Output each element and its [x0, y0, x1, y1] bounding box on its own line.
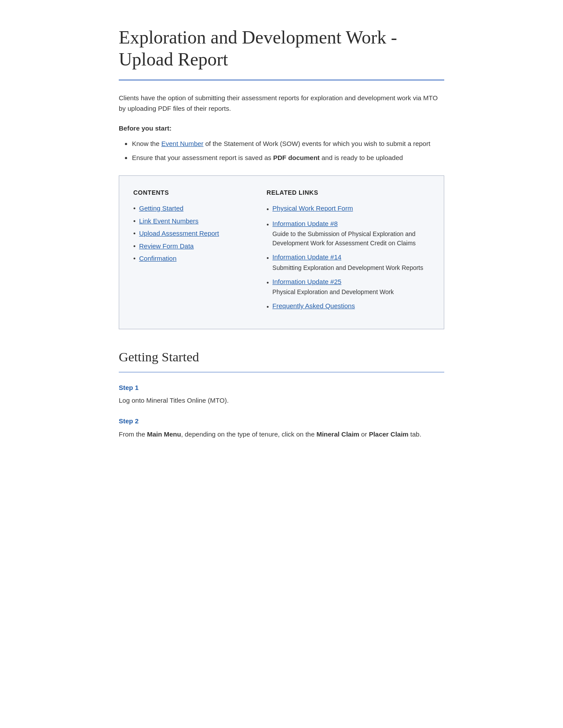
related-item-info-25: Information Update #25 Physical Explorat…: [267, 277, 430, 297]
related-link-info-8[interactable]: Information Update #8: [272, 219, 430, 229]
mineral-claim-bold: Mineral Claim: [316, 430, 359, 438]
contents-link-review-form[interactable]: Review Form Data: [139, 241, 194, 251]
bullet-item-1: Know the Event Number of the Statement o…: [132, 138, 444, 149]
related-links-list: Physical Work Report Form Information Up…: [267, 204, 430, 312]
bullet-item-2: Ensure that your assessment report is sa…: [132, 153, 444, 163]
contents-column: CONTENTS Getting Started Link Event Numb…: [133, 188, 258, 317]
getting-started-section-title: Getting Started: [119, 347, 444, 367]
related-link-info-14[interactable]: Information Update #14: [272, 252, 423, 262]
related-item-wrap-1: Physical Work Report Form: [272, 204, 353, 214]
related-item-faq: Frequently Asked Questions: [267, 301, 430, 312]
page-title: Exploration and Development Work - Uploa…: [119, 26, 444, 71]
related-link-physical-work[interactable]: Physical Work Report Form: [272, 204, 353, 214]
contents-header: CONTENTS: [133, 188, 249, 197]
title-divider: [119, 80, 444, 80]
contents-item-getting-started: Getting Started: [133, 204, 249, 214]
page-container: Exploration and Development Work - Uploa…: [84, 0, 479, 485]
contents-box: CONTENTS Getting Started Link Event Numb…: [119, 175, 444, 329]
contents-item-review-form: Review Form Data: [133, 241, 249, 251]
related-link-info-25[interactable]: Information Update #25: [272, 277, 394, 287]
step-2-heading: Step 2: [119, 416, 444, 426]
contents-link-upload-assessment[interactable]: Upload Assessment Report: [139, 229, 219, 239]
related-item-wrap-4: Information Update #25 Physical Explorat…: [272, 277, 394, 297]
related-item-physical-work: Physical Work Report Form: [267, 204, 430, 215]
related-item-info-8: Information Update #8 Guide to the Submi…: [267, 219, 430, 248]
step-2-text: From the Main Menu, depending on the typ…: [119, 429, 444, 440]
main-menu-bold: Main Menu: [147, 430, 181, 438]
contents-list: Getting Started Link Event Numbers Uploa…: [133, 204, 249, 264]
step-1-heading: Step 1: [119, 383, 444, 393]
related-links-header: RELATED LINKS: [267, 188, 430, 197]
related-sub-text-2: Guide to the Submission of Physical Expl…: [272, 229, 430, 248]
before-start-label: Before you start:: [119, 124, 444, 134]
related-item-wrap-5: Frequently Asked Questions: [272, 301, 355, 311]
related-item-info-14: Information Update #14 Submitting Explor…: [267, 252, 430, 273]
contents-item-link-event-numbers: Link Event Numbers: [133, 216, 249, 226]
getting-started-divider: [119, 372, 444, 372]
placer-claim-bold: Placer Claim: [369, 430, 409, 438]
contents-item-upload-assessment: Upload Assessment Report: [133, 229, 249, 239]
intro-text: Clients have the option of submitting th…: [119, 93, 444, 114]
before-start-list: Know the Event Number of the Statement o…: [132, 138, 444, 163]
contents-link-link-event-numbers[interactable]: Link Event Numbers: [139, 216, 198, 226]
step-1-text: Log onto Mineral Titles Online (MTO).: [119, 395, 444, 406]
contents-link-getting-started[interactable]: Getting Started: [139, 204, 183, 214]
related-sub-text-4: Physical Exploration and Development Wor…: [272, 288, 394, 297]
contents-item-confirmation: Confirmation: [133, 254, 249, 264]
related-item-wrap-2: Information Update #8 Guide to the Submi…: [272, 219, 430, 248]
related-item-wrap-3: Information Update #14 Submitting Explor…: [272, 252, 423, 273]
contents-link-confirmation[interactable]: Confirmation: [139, 254, 176, 264]
related-links-column: RELATED LINKS Physical Work Report Form …: [258, 188, 430, 317]
event-number-link[interactable]: Event Number: [161, 140, 204, 147]
related-link-faq[interactable]: Frequently Asked Questions: [272, 301, 355, 311]
related-sub-text-3: Submitting Exploration and Development W…: [272, 263, 423, 273]
